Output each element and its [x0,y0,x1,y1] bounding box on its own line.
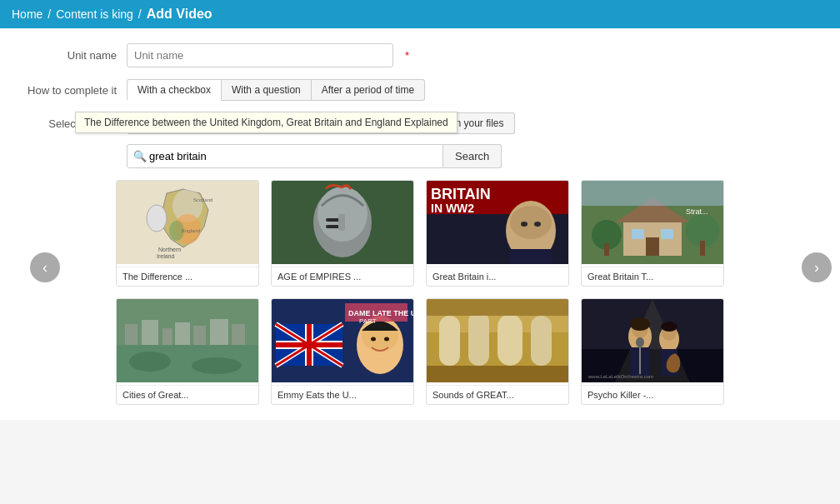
thumb-britain-t: Strat... [582,181,723,264]
unit-name-row: Unit name * [25,43,815,67]
how-checkbox-btn[interactable]: With a checkbox [127,79,222,101]
svg-rect-23 [510,249,552,264]
home-link[interactable]: Home [12,7,42,21]
how-question-btn[interactable]: With a question [222,79,312,101]
svg-text:Ireland: Ireland [157,253,175,259]
svg-rect-38 [125,324,138,345]
video-card-4[interactable]: Strat... Great Britain T... [581,180,724,287]
video-title-3: Great Britain i... [427,267,568,286]
svg-rect-27 [632,229,644,239]
video-title-7: Sounds of GREAT... [427,385,568,404]
thumb-empires [272,181,413,264]
svg-point-21 [521,222,528,227]
video-grid: Northern Ireland Scotland England The Di… [116,180,724,405]
svg-rect-67 [439,316,460,366]
video-card-2[interactable]: AGE of EMPIRES ... [271,180,414,287]
how-complete-label: How to complete it [25,84,117,97]
svg-rect-41 [175,322,190,345]
video-title-1: The Difference ... [117,267,258,286]
video-title-6: Emmy Eats the U... [272,385,413,404]
video-title-5: Cities of Great... [117,385,258,404]
video-title-8: Psycho Killer -... [582,385,723,404]
svg-rect-70 [531,316,552,366]
thumb-emmy: DAME LATE THE UK PART [272,299,413,382]
svg-text:Strat...: Strat... [686,207,708,216]
top-bar: Home / Content is king / Add Video [0,0,840,28]
video-card-3[interactable]: BRITAIN IN WW2 Great Britain i... [426,180,569,287]
how-complete-btn-group: With a checkbox With a question After a … [127,79,425,101]
svg-point-47 [192,357,242,374]
video-title-2: AGE of EMPIRES ... [272,267,413,286]
tooltip-text: The Difference between the United Kingdo… [84,117,448,128]
svg-point-81 [636,337,644,347]
search-input[interactable] [127,144,443,168]
svg-rect-29 [646,237,659,256]
video-carousel: ‹ North [25,180,815,405]
next-arrow-btn[interactable]: › [802,252,832,282]
thumb-cities [117,299,258,382]
unit-name-label: Unit name [25,49,117,62]
svg-point-20 [510,206,552,239]
breadcrumb-2-link[interactable]: Content is king [56,7,133,21]
svg-rect-34 [582,181,723,206]
svg-rect-68 [468,312,489,366]
breadcrumb-sep-1: / [48,7,51,21]
svg-rect-69 [498,314,522,366]
svg-rect-43 [210,319,228,345]
prev-arrow-btn[interactable]: ‹ [30,252,60,282]
thumb-brit-ww2: BRITAIN IN WW2 [427,181,568,264]
svg-rect-71 [427,299,568,316]
svg-point-84 [661,322,678,332]
video-card-8[interactable]: www.LeLaLelkOrchestra.com Psycho Killer … [581,298,724,405]
svg-rect-57 [307,324,312,366]
unit-name-input[interactable] [127,43,393,67]
svg-point-61 [384,337,389,342]
search-button[interactable]: Search [443,144,502,168]
video-card-6[interactable]: DAME LATE THE UK PART Emmy Eats the U... [271,298,414,405]
search-row: 🔍 Search [127,144,815,168]
svg-point-46 [129,352,171,372]
svg-text:DAME LATE THE UK: DAME LATE THE UK [348,309,413,317]
svg-point-22 [534,222,541,227]
how-complete-row: How to complete it With a checkbox With … [25,79,815,101]
svg-rect-44 [232,324,245,345]
content-area: Unit name * The Difference between the U… [0,28,840,420]
search-icon: 🔍 [133,150,147,162]
required-star: * [405,49,409,62]
svg-rect-72 [427,366,568,382]
svg-rect-33 [700,241,705,256]
svg-text:PART: PART [359,317,377,325]
svg-text:www.LeLaLelkOrchestra.com: www.LeLaLelkOrchestra.com [588,374,653,379]
thumb-psycho: www.LeLaLelkOrchestra.com [582,299,723,382]
breadcrumb-sep-2: / [138,7,142,21]
page-wrapper: Home / Content is king / Add Video Unit … [0,0,840,420]
tooltip-box: The Difference between the United Kingdo… [75,112,458,133]
svg-text:BRITAIN: BRITAIN [431,186,491,202]
video-title-4: Great Britain T... [582,267,723,286]
svg-point-4 [147,205,167,232]
svg-rect-31 [604,243,609,256]
svg-rect-42 [193,326,206,345]
svg-rect-40 [162,328,172,345]
svg-text:IN WW2: IN WW2 [431,202,474,215]
thumb-uk: Northern Ireland Scotland England [117,181,258,264]
thumb-sounds [427,299,568,382]
svg-rect-39 [142,320,158,345]
svg-rect-28 [661,229,673,239]
how-period-btn[interactable]: After a period of time [312,79,425,101]
search-input-wrapper: 🔍 [127,144,443,168]
page-title: Add Video [147,7,212,22]
svg-text:Northern: Northern [158,247,181,252]
video-card-7[interactable]: Sounds of GREAT... [426,298,569,405]
video-card-5[interactable]: Cities of Great... [116,298,259,405]
video-card-1[interactable]: Northern Ireland Scotland England The Di… [116,180,259,287]
svg-text:England: England [182,228,200,233]
svg-rect-14 [338,214,345,231]
svg-point-78 [630,317,650,331]
svg-text:Scotland: Scotland [193,197,212,202]
svg-point-60 [371,337,376,342]
